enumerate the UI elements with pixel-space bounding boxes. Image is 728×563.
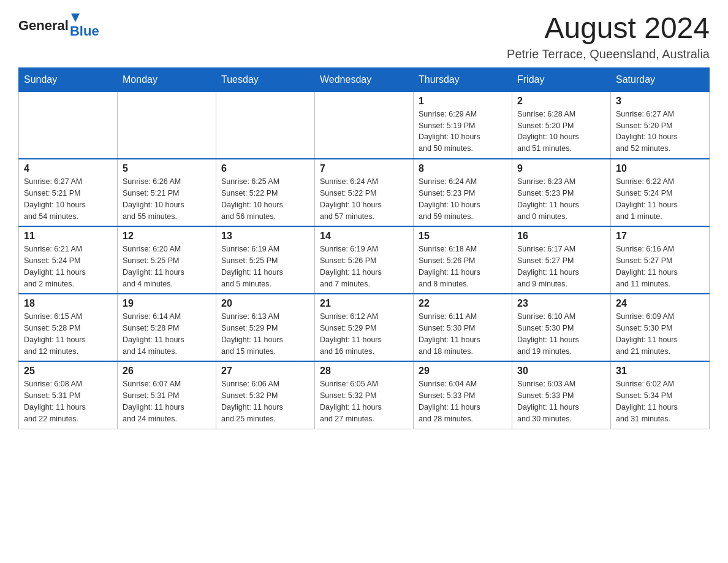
day-number: 29 xyxy=(419,366,507,377)
logo-arrow-icon xyxy=(70,12,81,23)
svg-marker-0 xyxy=(71,13,80,22)
day-number: 20 xyxy=(221,298,309,309)
weekday-header-monday: Monday xyxy=(118,67,216,91)
day-number: 16 xyxy=(517,231,605,242)
day-number: 30 xyxy=(517,366,605,377)
calendar-cell: 28Sunrise: 6:05 AM Sunset: 5:32 PM Dayli… xyxy=(315,361,414,429)
logo-text-blue: Blue xyxy=(70,23,99,39)
day-info: Sunrise: 6:15 AM Sunset: 5:28 PM Dayligh… xyxy=(24,311,112,357)
calendar-cell: 4Sunrise: 6:27 AM Sunset: 5:21 PM Daylig… xyxy=(19,159,118,226)
calendar-cell xyxy=(315,91,414,159)
calendar-cell: 9Sunrise: 6:23 AM Sunset: 5:23 PM Daylig… xyxy=(512,159,611,226)
day-info: Sunrise: 6:24 AM Sunset: 5:23 PM Dayligh… xyxy=(419,176,507,222)
day-info: Sunrise: 6:07 AM Sunset: 5:31 PM Dayligh… xyxy=(123,378,211,424)
calendar-cell xyxy=(216,91,315,159)
calendar-cell: 27Sunrise: 6:06 AM Sunset: 5:32 PM Dayli… xyxy=(216,361,315,429)
weekday-header-wednesday: Wednesday xyxy=(315,67,414,91)
calendar-table: SundayMondayTuesdayWednesdayThursdayFrid… xyxy=(18,67,710,429)
logo-icon: General Blue xyxy=(18,12,99,39)
day-number: 28 xyxy=(320,366,408,377)
day-info: Sunrise: 6:25 AM Sunset: 5:22 PM Dayligh… xyxy=(221,176,309,222)
day-info: Sunrise: 6:11 AM Sunset: 5:30 PM Dayligh… xyxy=(419,311,507,357)
month-title: August 2024 xyxy=(507,12,710,45)
calendar-cell: 20Sunrise: 6:13 AM Sunset: 5:29 PM Dayli… xyxy=(216,294,315,361)
calendar-cell: 15Sunrise: 6:18 AM Sunset: 5:26 PM Dayli… xyxy=(414,226,512,294)
logo-text-general: General xyxy=(18,18,69,34)
day-info: Sunrise: 6:10 AM Sunset: 5:30 PM Dayligh… xyxy=(517,311,605,357)
day-number: 17 xyxy=(616,231,704,242)
day-number: 7 xyxy=(320,163,408,174)
calendar-header-row: SundayMondayTuesdayWednesdayThursdayFrid… xyxy=(19,67,710,91)
calendar-cell: 25Sunrise: 6:08 AM Sunset: 5:31 PM Dayli… xyxy=(19,361,118,429)
day-number: 2 xyxy=(517,96,605,107)
calendar-cell xyxy=(19,91,118,159)
weekday-header-tuesday: Tuesday xyxy=(216,67,315,91)
day-info: Sunrise: 6:21 AM Sunset: 5:24 PM Dayligh… xyxy=(24,243,112,289)
day-number: 12 xyxy=(123,231,211,242)
day-info: Sunrise: 6:08 AM Sunset: 5:31 PM Dayligh… xyxy=(24,378,112,424)
calendar-cell: 6Sunrise: 6:25 AM Sunset: 5:22 PM Daylig… xyxy=(216,159,315,226)
day-number: 19 xyxy=(123,298,211,309)
calendar-cell: 31Sunrise: 6:02 AM Sunset: 5:34 PM Dayli… xyxy=(611,361,710,429)
day-info: Sunrise: 6:23 AM Sunset: 5:23 PM Dayligh… xyxy=(517,176,605,222)
day-number: 25 xyxy=(24,366,112,377)
day-info: Sunrise: 6:02 AM Sunset: 5:34 PM Dayligh… xyxy=(616,378,704,424)
calendar-cell: 17Sunrise: 6:16 AM Sunset: 5:27 PM Dayli… xyxy=(611,226,710,294)
day-info: Sunrise: 6:19 AM Sunset: 5:26 PM Dayligh… xyxy=(320,243,408,289)
calendar-cell: 2Sunrise: 6:28 AM Sunset: 5:20 PM Daylig… xyxy=(512,91,611,159)
day-number: 26 xyxy=(123,366,211,377)
weekday-header-sunday: Sunday xyxy=(19,67,118,91)
day-number: 14 xyxy=(320,231,408,242)
calendar-cell: 16Sunrise: 6:17 AM Sunset: 5:27 PM Dayli… xyxy=(512,226,611,294)
calendar-cell: 1Sunrise: 6:29 AM Sunset: 5:19 PM Daylig… xyxy=(414,91,512,159)
day-number: 18 xyxy=(24,298,112,309)
calendar-week-row: 4Sunrise: 6:27 AM Sunset: 5:21 PM Daylig… xyxy=(19,159,710,226)
weekday-header-friday: Friday xyxy=(512,67,611,91)
day-info: Sunrise: 6:14 AM Sunset: 5:28 PM Dayligh… xyxy=(123,311,211,357)
day-info: Sunrise: 6:09 AM Sunset: 5:30 PM Dayligh… xyxy=(616,311,704,357)
calendar-cell: 10Sunrise: 6:22 AM Sunset: 5:24 PM Dayli… xyxy=(611,159,710,226)
calendar-cell: 13Sunrise: 6:19 AM Sunset: 5:25 PM Dayli… xyxy=(216,226,315,294)
day-number: 21 xyxy=(320,298,408,309)
calendar-cell: 12Sunrise: 6:20 AM Sunset: 5:25 PM Dayli… xyxy=(118,226,216,294)
day-number: 31 xyxy=(616,366,704,377)
day-info: Sunrise: 6:19 AM Sunset: 5:25 PM Dayligh… xyxy=(221,243,309,289)
day-info: Sunrise: 6:26 AM Sunset: 5:21 PM Dayligh… xyxy=(123,176,211,222)
location-title: Petrie Terrace, Queensland, Australia xyxy=(507,47,710,61)
calendar-cell: 8Sunrise: 6:24 AM Sunset: 5:23 PM Daylig… xyxy=(414,159,512,226)
calendar-cell: 23Sunrise: 6:10 AM Sunset: 5:30 PM Dayli… xyxy=(512,294,611,361)
day-info: Sunrise: 6:27 AM Sunset: 5:20 PM Dayligh… xyxy=(616,109,704,155)
weekday-header-thursday: Thursday xyxy=(414,67,512,91)
day-number: 23 xyxy=(517,298,605,309)
calendar-cell: 18Sunrise: 6:15 AM Sunset: 5:28 PM Dayli… xyxy=(19,294,118,361)
calendar-cell: 29Sunrise: 6:04 AM Sunset: 5:33 PM Dayli… xyxy=(414,361,512,429)
calendar-week-row: 11Sunrise: 6:21 AM Sunset: 5:24 PM Dayli… xyxy=(19,226,710,294)
calendar-cell: 19Sunrise: 6:14 AM Sunset: 5:28 PM Dayli… xyxy=(118,294,216,361)
day-info: Sunrise: 6:27 AM Sunset: 5:21 PM Dayligh… xyxy=(24,176,112,222)
calendar-cell: 11Sunrise: 6:21 AM Sunset: 5:24 PM Dayli… xyxy=(19,226,118,294)
day-number: 11 xyxy=(24,231,112,242)
day-number: 13 xyxy=(221,231,309,242)
calendar-cell: 14Sunrise: 6:19 AM Sunset: 5:26 PM Dayli… xyxy=(315,226,414,294)
logo: General Blue xyxy=(18,12,99,39)
day-number: 24 xyxy=(616,298,704,309)
page-header: General Blue August 2024 Petrie Terrace,… xyxy=(18,12,710,61)
day-info: Sunrise: 6:04 AM Sunset: 5:33 PM Dayligh… xyxy=(419,378,507,424)
day-number: 9 xyxy=(517,163,605,174)
day-number: 4 xyxy=(24,163,112,174)
calendar-week-row: 18Sunrise: 6:15 AM Sunset: 5:28 PM Dayli… xyxy=(19,294,710,361)
calendar-cell: 21Sunrise: 6:12 AM Sunset: 5:29 PM Dayli… xyxy=(315,294,414,361)
calendar-week-row: 1Sunrise: 6:29 AM Sunset: 5:19 PM Daylig… xyxy=(19,91,710,159)
day-info: Sunrise: 6:16 AM Sunset: 5:27 PM Dayligh… xyxy=(616,243,704,289)
day-number: 6 xyxy=(221,163,309,174)
calendar-cell: 5Sunrise: 6:26 AM Sunset: 5:21 PM Daylig… xyxy=(118,159,216,226)
day-info: Sunrise: 6:13 AM Sunset: 5:29 PM Dayligh… xyxy=(221,311,309,357)
calendar-cell: 7Sunrise: 6:24 AM Sunset: 5:22 PM Daylig… xyxy=(315,159,414,226)
day-number: 22 xyxy=(419,298,507,309)
calendar-week-row: 25Sunrise: 6:08 AM Sunset: 5:31 PM Dayli… xyxy=(19,361,710,429)
day-number: 3 xyxy=(616,96,704,107)
day-info: Sunrise: 6:18 AM Sunset: 5:26 PM Dayligh… xyxy=(419,243,507,289)
calendar-cell: 24Sunrise: 6:09 AM Sunset: 5:30 PM Dayli… xyxy=(611,294,710,361)
day-info: Sunrise: 6:03 AM Sunset: 5:33 PM Dayligh… xyxy=(517,378,605,424)
day-info: Sunrise: 6:22 AM Sunset: 5:24 PM Dayligh… xyxy=(616,176,704,222)
